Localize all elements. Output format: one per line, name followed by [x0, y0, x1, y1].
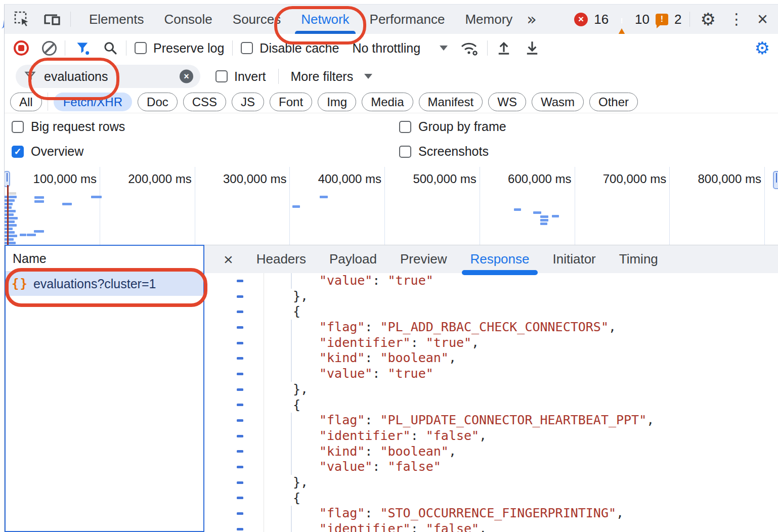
line-gutter: [204, 366, 264, 382]
filter-input[interactable]: evaluations ×: [16, 65, 200, 88]
response-line: {: [204, 304, 778, 320]
type-filter-other[interactable]: Other: [589, 93, 638, 111]
group-by-frame-checkbox[interactable]: [399, 121, 411, 133]
tab-elements[interactable]: Elements: [79, 5, 154, 34]
fold-marker-icon[interactable]: [237, 466, 243, 468]
fold-marker-icon[interactable]: [237, 295, 243, 298]
fold-marker-icon[interactable]: [237, 512, 243, 515]
fold-marker-icon[interactable]: [237, 373, 243, 375]
overview-right-handle[interactable]: [773, 171, 778, 189]
overview-request-bar: [20, 234, 26, 236]
filter-icon[interactable]: [75, 40, 91, 56]
kebab-menu-icon[interactable]: ⋮: [729, 12, 744, 27]
name-column-header[interactable]: Name: [6, 246, 203, 272]
devtools-screenshot: ElementsConsoleSourcesNetworkPerformance…: [0, 0, 778, 532]
tab-sources[interactable]: Sources: [223, 5, 291, 34]
warning-count[interactable]: 10: [635, 12, 650, 27]
tab-console[interactable]: Console: [154, 5, 222, 34]
request-row-selected[interactable]: {} evaluations?cluster=1: [6, 272, 203, 296]
record-network-log-icon[interactable]: [14, 40, 29, 56]
close-devtools-icon[interactable]: ×: [757, 10, 768, 28]
detail-tab-response[interactable]: Response: [470, 245, 529, 273]
overview-request-bar: [292, 205, 300, 208]
network-settings-gear-icon[interactable]: ⚙: [755, 39, 770, 57]
overview-timeline[interactable]: 100,000 ms200,000 ms300,000 ms400,000 ms…: [5, 167, 778, 245]
detail-tab-preview[interactable]: Preview: [400, 245, 447, 273]
network-toolbar: Preserve log Disable cache No throttling: [5, 34, 778, 62]
throttling-select[interactable]: No throttling: [352, 41, 448, 56]
line-text: },: [293, 289, 308, 304]
clear-network-log-icon[interactable]: [42, 41, 57, 56]
fold-marker-icon[interactable]: [237, 450, 243, 453]
overview-checkbox[interactable]: ✓: [12, 146, 24, 158]
issues-badge-icon[interactable]: !: [656, 14, 668, 25]
tab-network[interactable]: Network: [291, 5, 359, 34]
overview-request-bar: [5, 235, 17, 237]
error-badge-icon[interactable]: ×: [574, 13, 588, 26]
funnel-icon: [24, 70, 37, 83]
type-filter-doc[interactable]: Doc: [138, 93, 178, 111]
type-filter-js[interactable]: JS: [232, 93, 264, 111]
export-har-icon[interactable]: [524, 40, 540, 56]
fold-marker-icon[interactable]: [237, 497, 243, 499]
divider: [48, 93, 48, 111]
timeline-tick-label: 400,000 ms: [290, 172, 381, 186]
type-filter-wasm[interactable]: Wasm: [532, 93, 584, 111]
tab-memory[interactable]: Memory: [455, 5, 523, 34]
fold-marker-icon[interactable]: [237, 388, 243, 391]
settings-gear-icon[interactable]: ⚙: [700, 11, 715, 28]
detail-tab-headers[interactable]: Headers: [256, 245, 306, 273]
issues-count[interactable]: 2: [674, 12, 681, 27]
close-detail-icon[interactable]: ×: [224, 251, 233, 268]
invert-checkbox[interactable]: [215, 70, 228, 82]
fold-marker-icon[interactable]: [237, 326, 243, 329]
clear-filter-icon[interactable]: ×: [180, 70, 193, 83]
error-count[interactable]: 16: [594, 12, 609, 27]
tab-performance[interactable]: Performance: [360, 5, 455, 34]
type-filter-fetch-xhr[interactable]: Fetch/XHR: [54, 93, 132, 111]
line-text: {: [293, 304, 300, 320]
line-text: "kind": "boolean",: [319, 444, 456, 460]
import-har-icon[interactable]: [496, 40, 512, 56]
disable-cache-checkbox[interactable]: [241, 42, 253, 54]
type-filter-media[interactable]: Media: [362, 93, 413, 111]
fold-marker-icon[interactable]: [237, 311, 243, 313]
big-request-rows-checkbox[interactable]: [12, 121, 24, 133]
more-filters-button[interactable]: More filters: [291, 69, 373, 84]
response-line: },: [204, 475, 778, 491]
fold-marker-icon[interactable]: [237, 528, 243, 530]
network-conditions-icon[interactable]: [459, 38, 479, 58]
fold-marker-icon[interactable]: [237, 342, 243, 344]
response-source-view[interactable]: "value": "true"},{"flag": "PL_ADD_RBAC_C…: [204, 273, 778, 532]
overview-request-bar: [5, 224, 17, 227]
type-filter-css[interactable]: CSS: [183, 93, 226, 111]
screenshots-checkbox[interactable]: [399, 146, 411, 158]
preserve-log-checkbox[interactable]: [135, 42, 147, 54]
inspect-element-icon[interactable]: [14, 11, 31, 28]
fold-marker-icon[interactable]: [237, 357, 243, 360]
line-text: {: [293, 491, 300, 506]
fold-marker-icon[interactable]: [237, 419, 243, 422]
device-toolbar-icon[interactable]: [42, 11, 62, 28]
devtools-main-toolbar: ElementsConsoleSourcesNetworkPerformance…: [5, 5, 778, 34]
type-filter-ws[interactable]: WS: [488, 93, 526, 111]
fold-marker-icon[interactable]: [237, 481, 243, 484]
type-filter-manifest[interactable]: Manifest: [419, 93, 483, 111]
group-by-frame-label: Group by frame: [418, 119, 506, 134]
fold-marker-icon[interactable]: [237, 280, 243, 282]
indent-guide: [291, 444, 292, 460]
type-filter-font[interactable]: Font: [270, 93, 312, 111]
more-tabs-icon[interactable]: »: [527, 10, 536, 29]
search-icon[interactable]: [103, 40, 118, 56]
detail-tab-payload[interactable]: Payload: [329, 245, 377, 273]
type-filter-img[interactable]: Img: [318, 93, 356, 111]
warning-badge-icon[interactable]: !: [615, 13, 629, 26]
type-filter-all[interactable]: All: [10, 93, 42, 111]
response-line: "identifier": "true",: [204, 335, 778, 351]
detail-tab-initiator[interactable]: Initiator: [553, 245, 596, 273]
devtools-window: ElementsConsoleSourcesNetworkPerformance…: [4, 4, 778, 532]
indent-guide: [291, 521, 292, 532]
detail-tab-timing[interactable]: Timing: [619, 245, 658, 273]
fold-marker-icon[interactable]: [237, 404, 243, 406]
fold-marker-icon[interactable]: [237, 435, 243, 437]
